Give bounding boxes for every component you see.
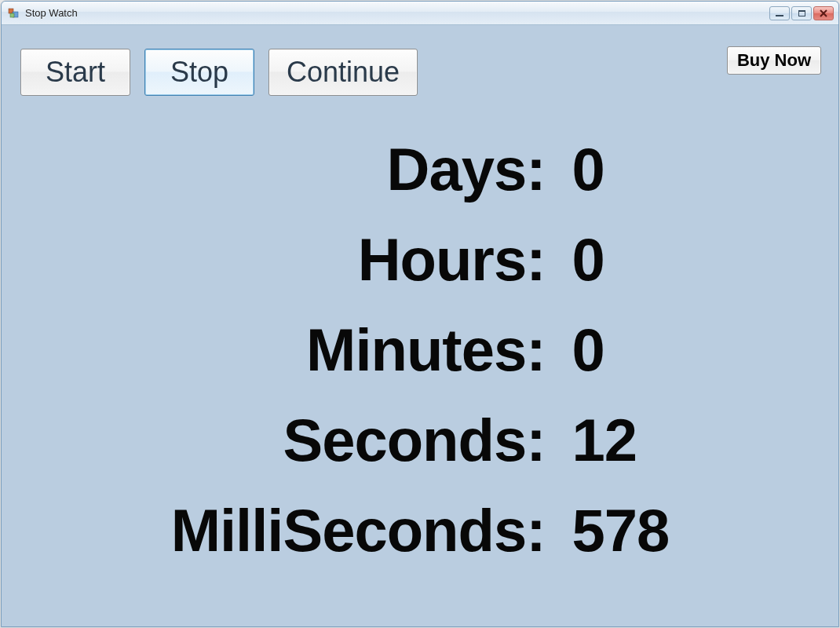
maximize-button[interactable] <box>791 6 812 20</box>
milliseconds-value: 578 <box>572 496 670 564</box>
days-label: Days: <box>171 135 546 203</box>
svg-rect-2 <box>10 13 14 17</box>
stopwatch-window: Stop Watch Start Stop Continue <box>1 1 839 627</box>
app-icon <box>8 7 20 20</box>
close-icon <box>820 9 827 17</box>
hours-label: Hours: <box>171 225 546 294</box>
minutes-label: Minutes: <box>171 316 546 384</box>
continue-button[interactable]: Continue <box>268 49 418 96</box>
start-button[interactable]: Start <box>20 49 130 96</box>
stop-button[interactable]: Stop <box>144 49 254 96</box>
buy-now-button[interactable]: Buy Now <box>727 46 821 75</box>
close-button[interactable] <box>813 6 834 20</box>
days-value: 0 <box>572 135 670 203</box>
maximize-icon <box>798 10 805 16</box>
titlebar[interactable]: Stop Watch <box>2 2 838 25</box>
window-controls <box>769 6 834 20</box>
minimize-icon <box>776 15 783 16</box>
control-buttons: Start Stop Continue <box>20 49 820 96</box>
client-area: Start Stop Continue Buy Now Days: 0 Hour… <box>2 25 838 626</box>
minutes-value: 0 <box>572 316 670 384</box>
seconds-label: Seconds: <box>171 406 546 474</box>
hours-value: 0 <box>572 225 670 294</box>
milliseconds-label: MilliSeconds: <box>171 496 546 564</box>
seconds-value: 12 <box>572 406 670 474</box>
window-title: Stop Watch <box>25 7 769 19</box>
time-display: Days: 0 Hours: 0 Minutes: 0 Seconds: 12 … <box>20 135 820 564</box>
minimize-button[interactable] <box>769 6 790 20</box>
